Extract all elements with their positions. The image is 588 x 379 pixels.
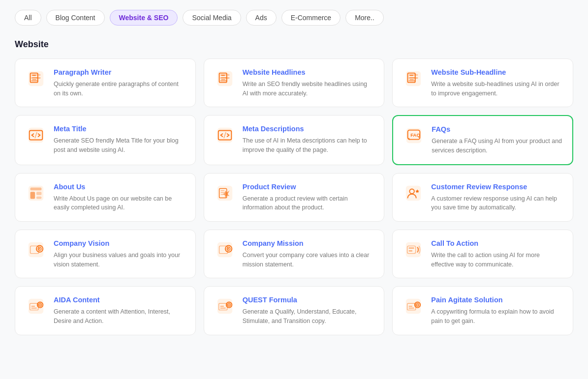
faqs-desc: Generate a FAQ using AI from your produc…: [432, 137, 562, 155]
filter-btn-all[interactable]: All: [15, 10, 41, 26]
section-title: Website: [15, 39, 573, 50]
svg-rect-11: [220, 80, 226, 82]
customer-review-response-title: Customer Review Response: [431, 182, 563, 192]
filter-btn-website---seo[interactable]: Website & SEO: [110, 10, 178, 26]
card-customer-review-response[interactable]: Customer Review Response A customer revi…: [392, 173, 573, 222]
svg-rect-35: [36, 196, 41, 199]
call-to-action-content: Call To Action Write the call to action …: [431, 239, 563, 269]
about-us-icon: [25, 182, 47, 204]
svg-rect-7: [32, 79, 36, 80]
website-headlines-title: Website Headlines: [243, 68, 374, 77]
filter-bar: AllBlog ContentWebsite & SEOSocial Media…: [15, 10, 573, 26]
customer-review-response-icon: [402, 182, 424, 204]
svg-point-68: [228, 304, 229, 305]
faqs-content: FAQs Generate a FAQ using AI from your p…: [432, 125, 562, 155]
faqs-title: FAQs: [432, 125, 562, 134]
about-us-desc: Write About Us page on our website can b…: [54, 194, 186, 213]
filter-btn-more--[interactable]: More..: [345, 10, 384, 26]
svg-rect-21: [410, 75, 414, 76]
svg-rect-32: [31, 187, 42, 190]
card-aida-content[interactable]: AIDA Content Generate a content with Att…: [15, 286, 196, 335]
call-to-action-icon: [402, 239, 424, 261]
svg-rect-34: [36, 192, 41, 195]
meta-title-title: Meta Title: [54, 124, 186, 134]
svg-rect-15: [221, 79, 225, 80]
card-pain-agitate-solution[interactable]: Pain Agitate Solution A copywriting form…: [392, 286, 573, 335]
quest-formula-desc: Generate a Qualify, Understand, Educate,…: [243, 307, 374, 326]
filter-btn-blog-content[interactable]: Blog Content: [46, 10, 105, 26]
svg-point-52: [228, 248, 229, 250]
filter-btn-social-media[interactable]: Social Media: [183, 10, 241, 26]
svg-rect-39: [220, 192, 225, 193]
company-mission-desc: Convert your company core values into a …: [243, 251, 374, 269]
card-paragraph-writer[interactable]: Paragraph Writer Quickly generate entire…: [15, 58, 196, 107]
card-about-us[interactable]: About Us Write About Us page on our webs…: [15, 173, 196, 222]
filter-btn-e-commerce[interactable]: E-Commerce: [281, 10, 340, 26]
website-headlines-icon: [214, 68, 236, 89]
card-quest-formula[interactable]: QUEST Formula Generate a Qualify, Unders…: [204, 286, 385, 335]
customer-review-response-desc: A customer review response using AI can …: [431, 194, 563, 213]
svg-rect-55: [409, 247, 414, 249]
svg-rect-63: [31, 308, 37, 309]
meta-title-desc: Generate SEO frendly Meta Title for your…: [54, 136, 186, 155]
website-headlines-content: Website Headlines Write an SEO frendly w…: [243, 68, 374, 98]
pain-agitate-solution-desc: A copywriting formula to explain how to …: [431, 307, 563, 326]
svg-rect-22: [410, 77, 415, 78]
svg-rect-33: [31, 192, 35, 199]
call-to-action-desc: Write the call to action using AI for mo…: [431, 251, 563, 269]
card-company-mission[interactable]: Company Mission Convert your company cor…: [204, 230, 385, 278]
meta-descriptions-title: Meta Descriptions: [243, 124, 374, 134]
card-website-headlines[interactable]: Website Headlines Write an SEO frendly w…: [204, 58, 385, 107]
meta-title-content: Meta Title Generate SEO frendly Meta Tit…: [54, 124, 186, 154]
card-meta-title[interactable]: Meta Title Generate SEO frendly Meta Tit…: [15, 115, 196, 165]
meta-title-icon: [25, 124, 47, 146]
card-company-vision[interactable]: Company Vision Align your business value…: [15, 230, 196, 278]
card-product-review[interactable]: Product Review Generate a product review…: [204, 173, 385, 222]
website-sub-headline-desc: Write a website sub-headlines using AI i…: [431, 80, 563, 98]
paragraph-writer-title: Paragraph Writer: [54, 68, 186, 77]
meta-descriptions-icon: [214, 124, 236, 146]
meta-descriptions-desc: The use of AI in Meta descriptions can h…: [243, 136, 374, 155]
svg-rect-5: [32, 75, 36, 76]
company-vision-desc: Align your business values and goals int…: [54, 251, 186, 269]
product-review-content: Product Review Generate a product review…: [243, 182, 374, 212]
website-headlines-desc: Write an SEO frendly website headlines u…: [243, 80, 374, 98]
svg-rect-77: [409, 308, 414, 309]
website-sub-headline-content: Website Sub-Headline Write a website sub…: [431, 68, 563, 98]
svg-point-61: [39, 304, 40, 305]
filter-btn-ads[interactable]: Ads: [246, 10, 277, 26]
company-mission-content: Company Mission Convert your company cor…: [243, 239, 374, 269]
product-review-title: Product Review: [243, 182, 374, 192]
card-website-sub-headline[interactable]: Website Sub-Headline Write a website sub…: [392, 58, 573, 107]
svg-rect-6: [32, 77, 37, 78]
company-vision-content: Company Vision Align your business value…: [54, 239, 186, 269]
quest-formula-content: QUEST Formula Generate a Qualify, Unders…: [243, 295, 374, 325]
meta-descriptions-content: Meta Descriptions The use of AI in Meta …: [243, 124, 374, 154]
pain-agitate-solution-title: Pain Agitate Solution: [431, 295, 563, 305]
quest-formula-title: QUEST Formula: [243, 295, 374, 305]
svg-rect-70: [220, 308, 225, 309]
card-call-to-action[interactable]: Call To Action Write the call to action …: [392, 230, 573, 278]
aida-content-icon: [25, 295, 47, 317]
svg-rect-56: [409, 250, 413, 252]
website-sub-headline-icon: [402, 68, 424, 89]
svg-text:FAQ: FAQ: [411, 132, 421, 138]
card-faqs[interactable]: FAQ FAQs Generate a FAQ using AI from yo…: [392, 115, 573, 165]
product-review-icon: [214, 182, 236, 204]
svg-rect-69: [220, 306, 224, 307]
company-mission-icon: [214, 239, 236, 261]
aida-content-desc: Generate a content with Attention, Inter…: [54, 307, 186, 326]
company-vision-title: Company Vision: [54, 239, 186, 248]
paragraph-writer-content: Paragraph Writer Quickly generate entire…: [54, 68, 186, 98]
svg-rect-76: [409, 306, 413, 307]
svg-rect-38: [220, 190, 224, 191]
aida-content-content: AIDA Content Generate a content with Att…: [54, 295, 186, 325]
svg-rect-14: [221, 77, 226, 78]
pain-agitate-solution-content: Pain Agitate Solution A copywriting form…: [431, 295, 563, 325]
company-mission-title: Company Mission: [243, 239, 374, 248]
svg-rect-23: [410, 79, 414, 80]
aida-content-title: AIDA Content: [54, 295, 186, 305]
card-meta-descriptions[interactable]: Meta Descriptions The use of AI in Meta …: [204, 115, 385, 165]
call-to-action-title: Call To Action: [431, 239, 563, 248]
svg-rect-40: [220, 194, 223, 195]
